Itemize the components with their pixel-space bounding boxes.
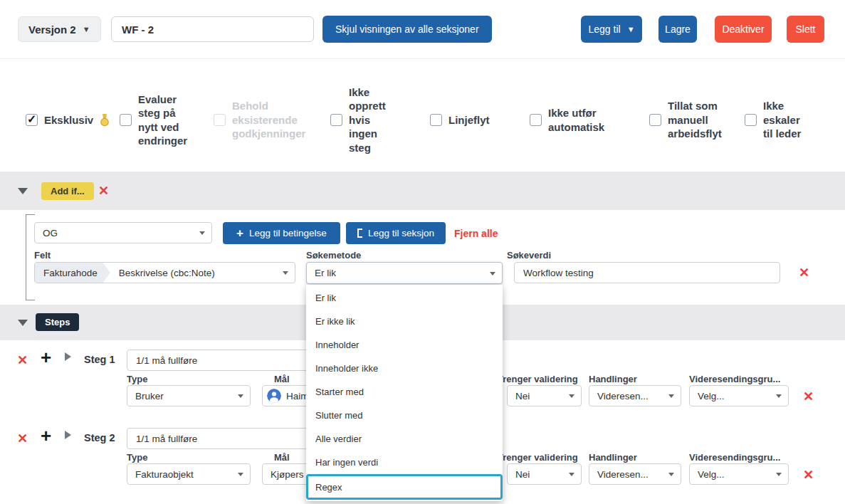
checkbox[interactable] xyxy=(530,114,542,126)
remove-condition-icon[interactable]: ✕ xyxy=(799,266,809,279)
add-condition-label: Legg til betingelse xyxy=(249,228,327,238)
operator-value: OG xyxy=(43,228,58,238)
field-select[interactable]: Fakturahode Beskrivelse (cbc:Note) xyxy=(34,262,295,283)
step-actions-value: Videresen... xyxy=(597,391,649,401)
option-label: Tillat som manuell arbeidsflyt xyxy=(668,99,726,141)
target-label: Mål xyxy=(274,374,290,384)
forward-group-label: Videresendingsgru... xyxy=(689,374,780,384)
hide-sections-button[interactable]: Skjul visningen av alle seksjoner xyxy=(322,16,492,43)
version-label: Versjon 2 xyxy=(28,23,76,36)
step-validation-select[interactable]: Nei xyxy=(507,385,582,406)
hide-sections-label: Skjul visningen av alle seksjoner xyxy=(335,23,479,35)
add-dropdown-button[interactable]: Legg til ▼ xyxy=(581,16,642,43)
add-condition-button[interactable]: + Legg til betingelse xyxy=(223,222,340,244)
step-type-select[interactable]: Fakturaobjekt xyxy=(127,463,251,485)
save-button[interactable]: Lagre xyxy=(658,16,697,43)
checkbox[interactable] xyxy=(330,114,342,126)
step-forward-group-select[interactable]: Velg... xyxy=(689,463,789,485)
workflow-name-input[interactable] xyxy=(111,16,314,42)
menu-item[interactable]: Slutter med xyxy=(306,404,503,427)
step-validation-value: Nei xyxy=(515,469,530,480)
remove-section-icon[interactable]: ✕ xyxy=(98,184,109,197)
step-validation-select[interactable]: Nei xyxy=(507,463,582,485)
menu-item[interactable]: Inneholder xyxy=(306,333,503,357)
step-actions-select[interactable]: Videresen... xyxy=(589,463,681,485)
checkbox[interactable] xyxy=(120,114,132,126)
deactivate-button[interactable]: Deaktiver xyxy=(715,16,772,43)
caret-down-icon xyxy=(283,271,288,275)
add-step-icon[interactable]: + xyxy=(41,348,51,367)
option-behold-godkjenninger: Behold eksisterende godkjenninger xyxy=(214,68,308,172)
plus-icon: + xyxy=(236,226,243,241)
toolbar: Versjon 2 ▼ Skjul visningen av alle seks… xyxy=(0,0,845,59)
remove-step-assignee-icon[interactable]: ✕ xyxy=(803,390,814,403)
caret-down-icon xyxy=(668,394,674,398)
condition-section-bar: Add if... ✕ xyxy=(0,172,845,210)
step-target-value: Kjøpers r xyxy=(271,469,310,480)
option-ikke-eskaler[interactable]: Ikke eskaler til leder xyxy=(745,68,809,172)
menu-item[interactable]: Inneholder ikke xyxy=(306,357,503,380)
step-validation-value: Nei xyxy=(515,391,530,401)
steps-badge[interactable]: Steps xyxy=(36,313,79,331)
actions-label: Handlinger xyxy=(589,452,637,463)
menu-item[interactable]: Starter med xyxy=(306,380,503,404)
expand-step-icon[interactable] xyxy=(65,352,71,361)
version-dropdown[interactable]: Versjon 2 ▼ xyxy=(18,16,101,42)
collapse-caret-icon[interactable] xyxy=(18,188,28,194)
checkbox-checked[interactable] xyxy=(26,114,38,126)
option-linjeflyt[interactable]: Linjeflyt xyxy=(430,68,490,172)
remove-step-assignee-icon[interactable]: ✕ xyxy=(803,468,814,481)
menu-item-highlighted[interactable]: Regex xyxy=(306,474,503,500)
remove-all-link[interactable]: Fjern alle xyxy=(454,228,498,239)
add-step-icon[interactable]: + xyxy=(41,426,51,445)
caret-down-icon xyxy=(238,394,243,398)
delete-label: Slett xyxy=(795,23,815,35)
option-ikke-opprett[interactable]: Ikke opprett hvis ingen steg xyxy=(330,68,393,172)
method-select[interactable]: Er lik xyxy=(306,262,503,284)
menu-item[interactable]: Er ikke lik xyxy=(306,310,503,333)
steps-label: Steps xyxy=(45,317,70,327)
step-complete-input[interactable] xyxy=(127,350,312,371)
caret-down-icon: ▼ xyxy=(83,25,90,33)
step-actions-select[interactable]: Videresen... xyxy=(589,385,681,406)
field-value: Beskrivelse (cbc:Note) xyxy=(119,268,215,278)
delete-button[interactable]: Slett xyxy=(787,16,824,43)
option-evaluer-steg[interactable]: Evaluer steg på nytt ved endringer xyxy=(120,68,192,172)
search-value-input[interactable] xyxy=(514,262,780,283)
type-label: Type xyxy=(127,452,147,463)
value-label: Søkeverdi xyxy=(507,250,551,261)
checkbox-disabled xyxy=(214,114,226,126)
option-tillat-manuell[interactable]: Tillat som manuell arbeidsflyt xyxy=(649,68,726,172)
add-if-badge[interactable]: Add if... xyxy=(41,182,94,200)
expand-step-icon[interactable] xyxy=(65,431,71,439)
actions-label: Handlinger xyxy=(589,374,637,384)
step-type-select[interactable]: Bruker xyxy=(127,385,251,406)
add-if-label: Add if... xyxy=(51,186,85,196)
caret-down-icon xyxy=(238,473,243,476)
medal-icon xyxy=(100,114,110,127)
menu-item[interactable]: Er lik xyxy=(306,286,503,310)
step-complete-input[interactable] xyxy=(127,428,312,449)
step-forward-group-select[interactable]: Velg... xyxy=(689,385,789,406)
add-section-button[interactable]: Legg til seksjon xyxy=(346,222,446,244)
caret-down-icon xyxy=(776,473,782,476)
forward-group-label: Videresendingsgru... xyxy=(689,452,780,463)
collapse-caret-icon[interactable] xyxy=(18,320,28,326)
checkbox[interactable] xyxy=(745,114,757,126)
method-value: Er lik xyxy=(315,268,336,278)
option-ikke-utfor[interactable]: Ikke utfør automatisk xyxy=(530,68,614,172)
operator-select[interactable]: OG xyxy=(34,222,212,243)
delete-step-icon[interactable]: ✕ xyxy=(17,432,28,445)
step-target-value: Haim xyxy=(286,391,309,401)
menu-item[interactable]: Har ingen verdi xyxy=(306,451,503,474)
delete-step-icon[interactable]: ✕ xyxy=(17,354,28,367)
menu-item[interactable]: Alle verdier xyxy=(306,427,503,451)
add-label: Legg til xyxy=(588,23,620,35)
checkbox[interactable] xyxy=(430,114,442,126)
field-label: Felt xyxy=(34,250,51,261)
caret-down-icon xyxy=(569,394,574,398)
checkbox[interactable] xyxy=(649,114,661,126)
option-label: Ikke utfør automatisk xyxy=(548,106,614,134)
step-name: Steg 1 xyxy=(84,354,115,365)
option-eksklusiv[interactable]: Eksklusiv xyxy=(26,68,110,172)
